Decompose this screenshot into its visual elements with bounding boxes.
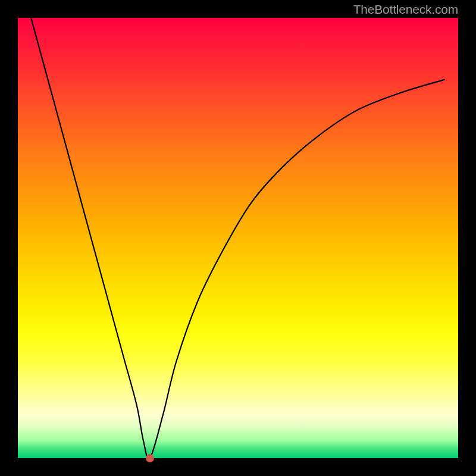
plot-area: [18, 18, 458, 458]
curve-svg: [18, 18, 458, 458]
watermark-text: TheBottleneck.com: [353, 2, 458, 17]
chart-frame: TheBottleneck.com: [0, 0, 476, 476]
optimum-marker-dot: [146, 454, 154, 462]
bottleneck-curve-path: [31, 18, 445, 458]
